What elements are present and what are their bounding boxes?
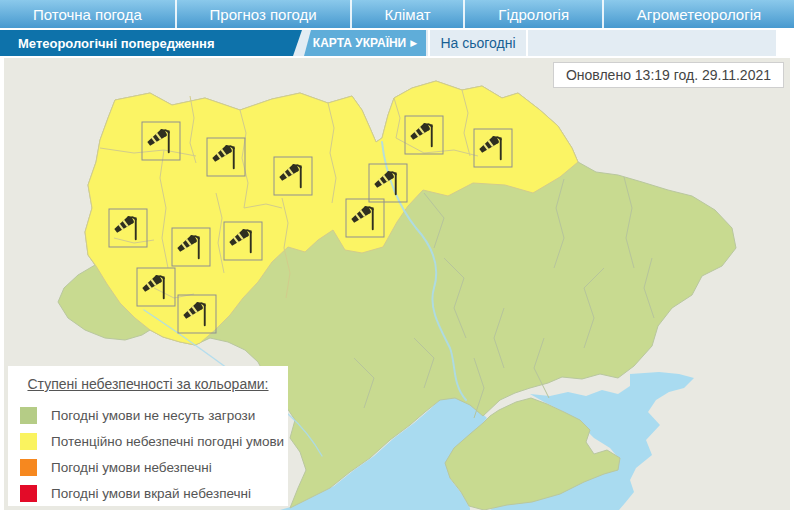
legend-swatch-red xyxy=(20,485,37,502)
warning-map-container: Оновлено 13:19 год. 29.11.2021 Ступені н… xyxy=(4,58,790,510)
legend-swatch-orange xyxy=(20,459,37,476)
sub-navigation: Метеорологічні попередження КАРТА УКРАЇН… xyxy=(0,30,776,56)
nav-tab-current-weather[interactable]: Поточна погода xyxy=(0,0,177,28)
legend-item-dangerous: Погодні умови небезпечні xyxy=(8,454,288,480)
legend-swatch-green xyxy=(20,407,37,424)
nav-tab-agrometeorology[interactable]: Агрометеорологія xyxy=(604,0,794,28)
legend-title: Ступені небезпечності за кольорами: xyxy=(8,376,288,392)
legend-swatch-yellow xyxy=(20,433,37,450)
weather-warnings-page: Поточна погода Прогноз погоди Клімат Гід… xyxy=(0,0,794,510)
tab-ukraine-map[interactable]: КАРТА УКРАЇНИ ▶ xyxy=(304,30,426,56)
nav-tab-forecast[interactable]: Прогноз погоди xyxy=(177,0,352,28)
legend-label: Погодні умови вкрай небезпечні xyxy=(51,486,251,501)
tab-ukraine-map-label: КАРТА УКРАЇНИ xyxy=(313,36,406,50)
tab-meteorological-warnings[interactable]: Метеорологічні попередження xyxy=(0,30,302,56)
legend-label: Потенційно небезпечні погодні умови xyxy=(51,434,284,449)
legend-item-extremely-dangerous: Погодні умови вкрай небезпечні xyxy=(8,480,288,506)
nav-tab-climate[interactable]: Клімат xyxy=(352,0,466,28)
legend-label: Погодні умови не несуть загрози xyxy=(51,408,255,423)
main-navigation: Поточна погода Прогноз погоди Клімат Гід… xyxy=(0,0,794,28)
legend-panel: Ступені небезпечності за кольорами: Пого… xyxy=(8,366,288,506)
legend-item-potentially-dangerous: Потенційно небезпечні погодні умови xyxy=(8,428,288,454)
legend-item-safe: Погодні умови не несуть загрози xyxy=(8,402,288,428)
tab-today[interactable]: На сьогодні xyxy=(428,30,528,56)
legend-label: Погодні умови небезпечні xyxy=(51,460,212,475)
updated-timestamp: Оновлено 13:19 год. 29.11.2021 xyxy=(553,62,784,88)
chevron-right-icon: ▶ xyxy=(410,39,417,48)
nav-tab-hydrology[interactable]: Гідрологія xyxy=(465,0,604,28)
